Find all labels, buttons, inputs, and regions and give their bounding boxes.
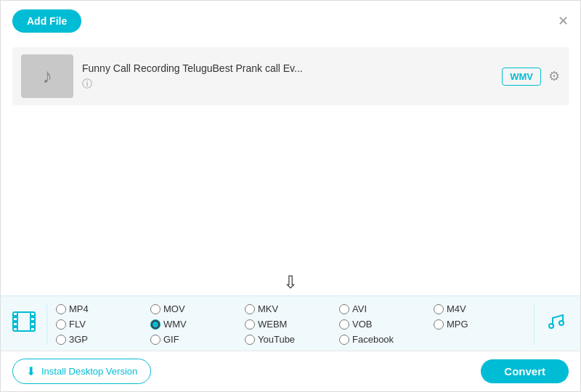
svg-rect-7 bbox=[31, 320, 34, 323]
down-arrow-icon: ⇩ bbox=[283, 272, 298, 293]
svg-rect-3 bbox=[14, 315, 17, 318]
format-option-m4v[interactable]: M4V bbox=[434, 303, 525, 314]
format-option-youtube[interactable]: YouTube bbox=[245, 334, 336, 345]
format-option-mov[interactable]: MOV bbox=[150, 303, 242, 314]
file-thumbnail: ♪ bbox=[21, 54, 73, 98]
format-section: ⇩ bbox=[1, 272, 580, 352]
header: Add File ✕ bbox=[1, 1, 580, 41]
file-name: Funny Call Recording TeluguBest Prank ca… bbox=[82, 62, 493, 74]
footer: ⬇ Install Desktop Version Convert bbox=[1, 351, 580, 391]
format-option-mp4[interactable]: MP4 bbox=[56, 303, 147, 314]
format-option-mpg[interactable]: MPG bbox=[434, 319, 525, 330]
svg-rect-8 bbox=[31, 325, 34, 328]
format-option-webm[interactable]: WEBM bbox=[245, 319, 336, 330]
arrow-indicator: ⇩ bbox=[1, 272, 580, 293]
svg-rect-4 bbox=[14, 320, 17, 323]
format-option-avi[interactable]: AVI bbox=[339, 303, 431, 314]
svg-rect-5 bbox=[14, 325, 17, 328]
svg-point-10 bbox=[559, 321, 564, 325]
app-container: Add File ✕ ♪ Funny Call Recording Telugu… bbox=[1, 1, 580, 391]
add-file-button[interactable]: Add File bbox=[12, 9, 81, 33]
svg-point-9 bbox=[549, 324, 553, 328]
file-list: ♪ Funny Call Recording TeluguBest Prank … bbox=[1, 41, 580, 111]
audio-icon-box[interactable] bbox=[534, 304, 580, 345]
file-info: Funny Call Recording TeluguBest Prank ca… bbox=[82, 62, 493, 91]
close-button[interactable]: ✕ bbox=[558, 15, 569, 28]
format-option-3gp[interactable]: 3GP bbox=[56, 334, 147, 345]
film-icon bbox=[12, 309, 36, 339]
info-icon[interactable]: ⓘ bbox=[82, 78, 92, 89]
format-option-vob[interactable]: VOB bbox=[339, 319, 431, 330]
settings-button[interactable]: ⚙ bbox=[548, 68, 560, 84]
install-desktop-button[interactable]: ⬇ Install Desktop Version bbox=[12, 359, 151, 384]
format-option-wmv[interactable]: WMV bbox=[150, 319, 242, 330]
film-icon-box[interactable] bbox=[1, 304, 47, 345]
audio-icon bbox=[547, 311, 569, 338]
format-option-flv[interactable]: FLV bbox=[56, 319, 147, 330]
install-label: Install Desktop Version bbox=[41, 366, 137, 377]
download-icon: ⬇ bbox=[26, 364, 36, 378]
format-option-gif[interactable]: GIF bbox=[150, 334, 242, 345]
convert-button[interactable]: Convert bbox=[481, 359, 569, 383]
file-actions: WMV ⚙ bbox=[502, 68, 560, 86]
svg-rect-6 bbox=[31, 315, 34, 318]
format-badge-button[interactable]: WMV bbox=[502, 68, 541, 86]
music-icon: ♪ bbox=[42, 65, 52, 88]
format-option-mkv[interactable]: MKV bbox=[245, 303, 336, 314]
file-item: ♪ Funny Call Recording TeluguBest Prank … bbox=[12, 47, 569, 105]
format-options-grid: MP4 MOV MKV AVI M4V bbox=[47, 303, 534, 345]
format-bar: MP4 MOV MKV AVI M4V bbox=[1, 295, 580, 352]
format-option-facebook[interactable]: Facebook bbox=[339, 334, 431, 345]
